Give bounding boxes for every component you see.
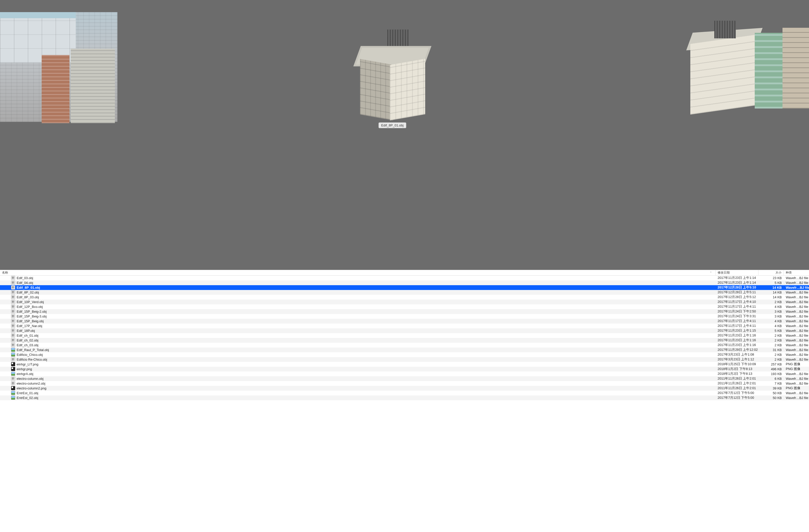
file-date-cell: 2017年7月12日 下午5:00: [716, 395, 758, 400]
file-row[interactable]: Edif_04.obj2017年11月23日 上午1:145 KBWavefr……: [0, 280, 809, 285]
file-date-cell: 2011年11月26日 上午2:01: [716, 376, 758, 381]
file-date-cell: 2017年11月23日 上午1:16: [716, 338, 758, 343]
file-row[interactable]: Edif_15P_Beig.obj2017年11月17日 上午4:114 KBW…: [0, 319, 809, 323]
file-size-cell: 50 KB: [758, 391, 784, 395]
png-file-icon: [11, 362, 15, 366]
png-file-icon: [11, 367, 15, 371]
file-row[interactable]: Edif_Raul_P_Total.obj2017年11月29日 上午12:02…: [0, 348, 809, 352]
file-size-cell: 2 KB: [758, 338, 784, 343]
file-row[interactable]: Edif_ch_01.obj2017年11月23日 上午1:162 KBWave…: [0, 333, 809, 338]
file-date-cell: 2017年11月23日 上午1:14: [716, 276, 758, 280]
file-name-label: Edif_04.obj: [17, 281, 33, 285]
file-name-cell: Edif_04.obj: [0, 280, 716, 285]
file-name-cell: Edif_ch_03.obj: [0, 343, 716, 348]
obj-file-icon: [11, 305, 15, 309]
file-row[interactable]: electro-column2.obj2011年11月26日 上午2:017 K…: [0, 381, 809, 386]
file-row[interactable]: Edif_03.obj2017年11月23日 上午1:1423 KBWavefr…: [0, 276, 809, 280]
file-size-cell: 496 KB: [758, 367, 784, 372]
file-size-cell: 7 KB: [758, 381, 784, 386]
file-date-cell: 2017年11月23日 上午1:15: [716, 328, 758, 333]
file-date-cell: 2018年1月25日 下午10:09: [716, 362, 758, 367]
file-name-cell: Edif_8P_02.obj: [0, 290, 716, 295]
img-file-icon: [11, 372, 15, 376]
file-row[interactable]: Edif_ch_02.obj2017年11月23日 上午1:162 KBWave…: [0, 338, 809, 343]
file-date-cell: 2017年11月23日 上午1:16: [716, 343, 758, 348]
file-row[interactable]: EntrEst_01.obj2017年7月12日 下午5:0050 KBWave…: [0, 391, 809, 395]
file-date-cell: 2017年11月24日 下午3:31: [716, 314, 758, 319]
img-file-icon: [11, 396, 15, 400]
file-row[interactable]: Edif_12P_Bco.obj2017年11月17日 上午4:114 KBWa…: [0, 304, 809, 309]
png-file-icon: [11, 386, 15, 390]
file-name-label: Edif_17P_Nar.obj: [17, 324, 42, 328]
file-date-cell: 2017年7月12日 下午5:00: [716, 391, 758, 395]
file-row[interactable]: einhgr_LIT.png2018年1月25日 下午10:09257 KBPN…: [0, 362, 809, 367]
file-date-cell: 2011年11月26日 上午2:01: [716, 386, 758, 391]
file-name-cell: Edificio_Chico.obj: [0, 352, 716, 357]
file-date-cell: 2017年11月17日 上午4:11: [716, 319, 758, 323]
file-name-label: Edif_ch_01.obj: [17, 334, 38, 337]
column-header-kind[interactable]: 种类: [784, 270, 809, 275]
file-row[interactable]: electro-column.obj2011年11月26日 上午2:016 KB…: [0, 376, 809, 381]
file-row[interactable]: einhgr.png2018年1月2日 下午8:13496 KBPNG 图像: [0, 367, 809, 372]
file-date-cell: 2017年12月28日 上午5:12: [716, 295, 758, 300]
preview-thumbnail-next[interactable]: [690, 28, 809, 115]
file-kind-cell: Wavefr…BJ file: [784, 280, 809, 285]
preview-thumbnail-previous[interactable]: [0, 12, 117, 122]
file-kind-cell: PNG 图像: [784, 367, 809, 372]
obj-file-icon: [11, 295, 15, 299]
column-header-date[interactable]: 修改日期: [716, 270, 758, 275]
preview-pane[interactable]: Edif_8P_01.obj: [0, 0, 809, 270]
file-row[interactable]: Edif_8P_01.obj2017年12月28日 上午5:1014 KBWav…: [0, 285, 809, 290]
file-name-label: Edif_ch_02.obj: [17, 338, 38, 342]
obj-file-icon: [11, 281, 15, 285]
column-header-name[interactable]: 名称 ⌃: [0, 270, 716, 275]
file-row[interactable]: Edif_17P_Nar.obj2017年11月17日 上午4:114 KBWa…: [0, 323, 809, 328]
file-list-body[interactable]: Edif_03.obj2017年11月23日 上午1:1423 KBWavefr…: [0, 276, 809, 532]
file-row[interactable]: Edif_10P_Verd.obj2017年11月17日 上午4:102 KBW…: [0, 300, 809, 304]
file-name-label: Edif_Raul_P_Total.obj: [17, 348, 49, 352]
obj-file-icon: [11, 381, 15, 385]
file-kind-cell: Wavefr…BJ file: [784, 372, 809, 376]
file-kind-cell: PNG 图像: [784, 386, 809, 391]
file-row[interactable]: Edificio_Chico.obj2017年3月23日 上午1:082 KBW…: [0, 352, 809, 357]
file-kind-cell: Wavefr…BJ file: [784, 295, 809, 300]
file-row[interactable]: Edif_8P_02.obj2017年12月28日 上午5:1114 KBWav…: [0, 290, 809, 295]
preview-selected-label[interactable]: Edif_8P_01.obj: [378, 122, 406, 128]
file-name-cell: Edif_Raul_P_Total.obj: [0, 348, 716, 352]
column-date-label: 修改日期: [718, 270, 730, 275]
obj-file-icon: [11, 309, 15, 314]
file-name-cell: EntrEst_01.obj: [0, 391, 716, 395]
file-size-cell: 31 KB: [758, 348, 784, 352]
file-date-cell: 2017年3月23日 上午1:08: [716, 352, 758, 357]
file-row[interactable]: Edif_8P_03.obj2017年12月28日 上午5:1214 KBWav…: [0, 295, 809, 300]
file-size-cell: 5 KB: [758, 280, 784, 285]
file-size-cell: 4 KB: [758, 304, 784, 309]
file-date-cell: 2017年11月23日 上午1:16: [716, 333, 758, 338]
file-name-cell: Edif_15P_Beig-3.obj: [0, 314, 716, 319]
column-header-size[interactable]: 大小: [758, 270, 784, 275]
file-row[interactable]: Edif_ch_03.obj2017年11月23日 上午1:162 KBWave…: [0, 343, 809, 348]
file-row[interactable]: electro-column2.png2011年11月26日 上午2:0139 …: [0, 386, 809, 391]
file-date-cell: 2017年11月23日 上午1:14: [716, 280, 758, 285]
file-date-cell: 2018年1月2日 下午8:13: [716, 367, 758, 372]
file-row[interactable]: Edif_15P_Beig-3.obj2017年11月24日 下午3:313 K…: [0, 314, 809, 319]
file-row[interactable]: Edif_15P_Beig-2.obj2017年11月24日 下午2:503 K…: [0, 309, 809, 314]
file-size-cell: 2 KB: [758, 343, 784, 348]
file-row[interactable]: EntrEst_02.obj2017年7月12日 下午5:0050 KBWave…: [0, 395, 809, 400]
obj-file-icon: [11, 324, 15, 328]
file-name-label: einhgr.png: [17, 367, 32, 371]
obj-file-icon: [11, 338, 15, 342]
file-row[interactable]: Edificio Re-Chico.obj2017年3月23日 上午1:122 …: [0, 357, 809, 362]
file-name-cell: Edif_ch_02.obj: [0, 338, 716, 343]
file-date-cell: 2017年11月17日 上午4:11: [716, 304, 758, 309]
file-row[interactable]: einhgrA.obj2018年1月2日 下午8:13193 KBWavefr……: [0, 372, 809, 376]
file-name-label: Edif_8P_01.obj: [17, 286, 40, 289]
file-date-cell: 2017年12月28日 上午5:11: [716, 290, 758, 295]
preview-thumbnail-selected[interactable]: Edif_8P_01.obj: [357, 37, 428, 128]
file-row[interactable]: Edif_18P.obj2017年11月23日 上午1:155 KBWavefr…: [0, 328, 809, 333]
file-name-label: Edificio Re-Chico.obj: [17, 358, 47, 361]
img-file-icon: [11, 348, 15, 352]
file-name-label: EntrEst_02.obj: [17, 396, 38, 400]
file-kind-cell: Wavefr…BJ file: [784, 343, 809, 348]
file-name-cell: Edif_15P_Beig.obj: [0, 319, 716, 323]
